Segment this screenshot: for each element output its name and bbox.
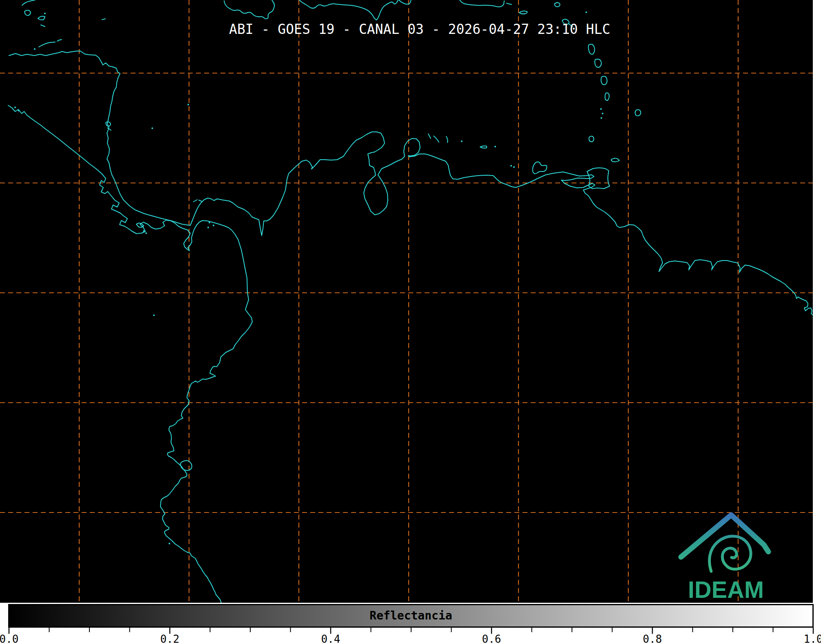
coast-jamaica	[224, 0, 274, 19]
islet-speck	[44, 13, 46, 14]
colorbar-tick-label: 0.8	[636, 633, 669, 644]
island-roatan	[39, 40, 62, 47]
island-puna	[180, 461, 192, 470]
island-grenada	[589, 136, 594, 142]
island-la-tortuga	[480, 146, 487, 148]
islet-speck	[461, 140, 463, 142]
islet-speck	[510, 165, 512, 167]
islet-speck	[513, 166, 515, 168]
island-bocas	[194, 200, 202, 202]
coast-pacific	[8, 105, 252, 603]
island-aruba	[428, 134, 431, 138]
colorbar-tick-label: 0.6	[475, 633, 508, 644]
coast-hispaniola-east	[399, 0, 411, 4]
satellite-product: ABI - GOES 19 - CANAL 03 - 2026-04-27 23…	[0, 0, 821, 644]
island-curacao	[434, 136, 439, 142]
island-st-croix	[519, 11, 527, 14]
colorbar-tick-label: 0.2	[154, 633, 186, 644]
coast-cuba-fragments	[22, 0, 45, 27]
islet-speck	[145, 232, 147, 234]
colorbar: Reflectancia	[8, 604, 814, 628]
islet-speck	[169, 543, 170, 544]
graticule-grid	[0, 0, 813, 603]
island-barbados	[635, 110, 641, 116]
islet-speck	[494, 146, 496, 147]
islet-speck	[585, 11, 587, 13]
small-islands	[14, 11, 603, 544]
colorbar-label: Reflectancia	[9, 605, 812, 626]
islet-speck	[143, 230, 145, 232]
map-canvas	[0, 0, 813, 603]
island-dominica	[588, 44, 594, 54]
colorbar-tick-label: 1.0	[797, 633, 821, 644]
islet-speck	[34, 48, 36, 50]
map-title: ABI - GOES 19 - CANAL 03 - 2026-04-27 23…	[216, 21, 624, 37]
islet-speck	[600, 108, 602, 110]
island-martinique	[595, 59, 601, 67]
islet-speck	[18, 110, 20, 111]
island-coiba	[136, 223, 144, 227]
coast-puerto-rico	[460, 0, 512, 7]
islet-speck	[151, 127, 153, 129]
islet-speck	[153, 314, 155, 316]
island-st-lucia	[601, 76, 607, 85]
islet-speck	[14, 107, 16, 108]
island-tobago	[611, 158, 619, 162]
islet-speck	[187, 104, 189, 105]
island-cayman	[102, 19, 105, 20]
island-bonaire	[446, 136, 448, 143]
islet-speck	[213, 225, 214, 226]
island-margarita	[533, 162, 547, 174]
islet-speck	[601, 117, 602, 119]
map-area: ABI - GOES 19 - CANAL 03 - 2026-04-27 23…	[0, 0, 813, 603]
island-st-vincent	[605, 93, 609, 100]
colorbar-tick-label: 0.4	[314, 633, 347, 644]
islet-speck	[207, 227, 209, 228]
coast-hispaniola	[299, 0, 398, 20]
islet-speck	[209, 222, 210, 223]
colorbar-tick-label: 0.0	[0, 633, 25, 644]
islet-speck	[602, 113, 603, 114]
island-antigua	[554, 2, 560, 7]
